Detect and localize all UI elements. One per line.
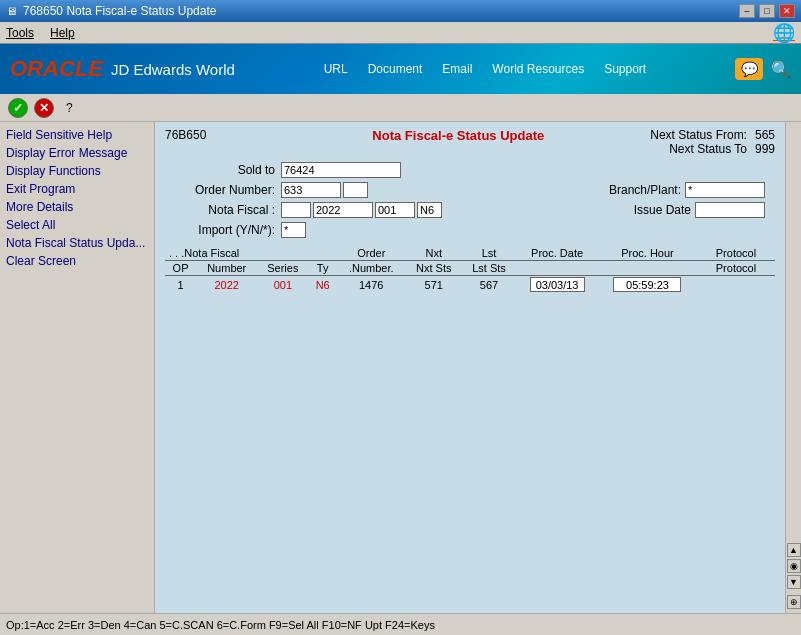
nav-document[interactable]: Document — [368, 62, 423, 76]
maximize-button[interactable]: □ — [759, 4, 775, 18]
col-header-ty: Ty — [308, 261, 337, 276]
title-bar: 🖥 768650 Nota Fiscal-e Status Update – □… — [0, 0, 801, 22]
oracle-logo: ORACLE — [10, 56, 103, 82]
issue-date-label: Issue Date — [634, 203, 691, 217]
toolbar: ✓ ✕ ? — [0, 94, 801, 122]
cell-nxt-sts: 571 — [405, 276, 462, 294]
zoom-button[interactable]: ⊕ — [787, 595, 801, 609]
nota-fiscal-type-input[interactable] — [417, 202, 442, 218]
order-number-extra-input[interactable] — [343, 182, 368, 198]
scroll-up-button[interactable]: ▲ — [787, 543, 801, 557]
nota-fiscal-blank-input[interactable] — [281, 202, 311, 218]
scroll-down-button[interactable]: ▼ — [787, 575, 801, 589]
order-number-input[interactable] — [281, 182, 341, 198]
nav-email[interactable]: Email — [442, 62, 472, 76]
cell-proc-hour — [598, 276, 697, 294]
next-status-to-label: Next Status To — [669, 142, 747, 156]
col-header-op: OP — [165, 261, 196, 276]
search-header-icon[interactable]: 🔍 — [771, 60, 791, 79]
nota-fiscal-year-input[interactable] — [313, 202, 373, 218]
col-header-order-number: .Number. — [337, 261, 405, 276]
cell-op: 1 — [165, 276, 196, 294]
jde-text: JD Edwards World — [111, 61, 235, 78]
proc-hour-input[interactable] — [613, 277, 681, 292]
cell-number: 2022 — [196, 276, 257, 294]
content-area: 76B650 Nota Fiscal-e Status Update Next … — [155, 122, 785, 613]
branch-plant-label: Branch/Plant: — [609, 183, 681, 197]
help-icon[interactable]: ? — [66, 101, 73, 115]
table-header-protocol: Protocol — [697, 246, 775, 261]
oracle-nav-icon: 🌐 — [773, 22, 795, 44]
nota-fiscal-series-input[interactable] — [375, 202, 415, 218]
next-status-from-label: Next Status From: — [650, 128, 747, 142]
sold-to-label: Sold to — [165, 163, 275, 177]
cancel-button[interactable]: ✕ — [34, 98, 54, 118]
cell-protocol — [697, 276, 775, 294]
sidebar-item-nota-fiscal-status[interactable]: Nota Fiscal Status Upda... — [0, 234, 154, 252]
menu-bar: Tools Help 🌐 — [0, 22, 801, 44]
chat-icon[interactable]: 💬 — [735, 58, 763, 80]
cell-series: 001 — [257, 276, 308, 294]
sidebar-item-select-all[interactable]: Select All — [0, 216, 154, 234]
help-menu[interactable]: Help — [50, 26, 75, 40]
nav-url[interactable]: URL — [324, 62, 348, 76]
cell-order-number: 1476 — [337, 276, 405, 294]
form-id: 76B650 — [165, 128, 206, 142]
confirm-button[interactable]: ✓ — [8, 98, 28, 118]
import-input[interactable] — [281, 222, 306, 238]
cell-lst-sts: 567 — [462, 276, 516, 294]
next-status-from-value: 565 — [755, 128, 775, 142]
table-header-nxt: Nxt — [405, 246, 462, 261]
right-scrollbar: ▲ ◉ ▼ ⊕ — [785, 122, 801, 613]
order-number-label: Order Number: — [165, 183, 275, 197]
col-header-number: Number — [196, 261, 257, 276]
sidebar-item-display-functions[interactable]: Display Functions — [0, 162, 154, 180]
table-header-order: Order — [337, 246, 405, 261]
table-header-lst: Lst — [462, 246, 516, 261]
import-label: Import (Y/N/*): — [165, 223, 275, 237]
scroll-mid-button[interactable]: ◉ — [787, 559, 801, 573]
issue-date-input[interactable] — [695, 202, 765, 218]
app-icon: 🖥 — [6, 5, 17, 17]
proc-date-input[interactable] — [530, 277, 585, 292]
sidebar: Field Sensitive Help Display Error Messa… — [0, 122, 155, 613]
sidebar-item-field-sensitive-help[interactable]: Field Sensitive Help — [0, 126, 154, 144]
col-header-proc-date2 — [516, 261, 598, 276]
status-bar: Op:1=Acc 2=Err 3=Den 4=Can 5=C.SCAN 6=C.… — [0, 613, 801, 635]
cell-proc-date — [516, 276, 598, 294]
nota-fiscal-label: Nota Fiscal : — [165, 203, 275, 217]
header-band: ORACLE JD Edwards World URL Document Ema… — [0, 44, 801, 94]
sold-to-input[interactable] — [281, 162, 401, 178]
table-header-nota-fiscal: . . .Nota Fiscal — [165, 246, 337, 261]
minimize-button[interactable]: – — [739, 4, 755, 18]
close-button[interactable]: ✕ — [779, 4, 795, 18]
window-title: 768650 Nota Fiscal-e Status Update — [23, 4, 216, 18]
col-header-lst-sts: Lst Sts — [462, 261, 516, 276]
form-title: Nota Fiscal-e Status Update — [266, 128, 650, 143]
table-header-proc-hour: Proc. Hour — [598, 246, 697, 261]
col-header-protocol2: Protocol — [697, 261, 775, 276]
tools-menu[interactable]: Tools — [6, 26, 34, 40]
table-header-proc-date: Proc. Date — [516, 246, 598, 261]
sidebar-item-clear-screen[interactable]: Clear Screen — [0, 252, 154, 270]
cell-ty: N6 — [308, 276, 337, 294]
sidebar-item-display-error-message[interactable]: Display Error Message — [0, 144, 154, 162]
nav-support[interactable]: Support — [604, 62, 646, 76]
next-status-to-value: 999 — [755, 142, 775, 156]
sidebar-item-more-details[interactable]: More Details — [0, 198, 154, 216]
col-header-series: Series — [257, 261, 308, 276]
status-text: Op:1=Acc 2=Err 3=Den 4=Can 5=C.SCAN 6=C.… — [6, 619, 435, 631]
sidebar-item-exit-program[interactable]: Exit Program — [0, 180, 154, 198]
branch-plant-input[interactable] — [685, 182, 765, 198]
nav-world-resources[interactable]: World Resources — [492, 62, 584, 76]
table-row: 1 2022 001 N6 1476 571 567 — [165, 276, 775, 294]
col-header-proc-hour2 — [598, 261, 697, 276]
col-header-nxt-sts: Nxt Sts — [405, 261, 462, 276]
nota-fiscal-table: . . .Nota Fiscal Order Nxt Lst Proc. Dat… — [165, 246, 775, 293]
header-nav: URL Document Email World Resources Suppo… — [324, 62, 647, 76]
